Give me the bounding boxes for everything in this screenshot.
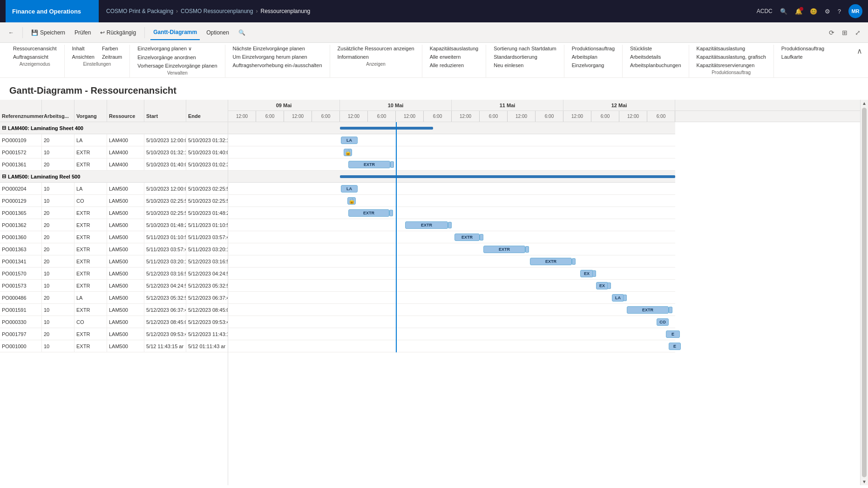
table-row[interactable]: PO000486 20 LA LAM500 5/12/2023 05:32:54… xyxy=(0,292,228,304)
vertical-scrollbar[interactable]: ▲ ▼ xyxy=(860,100,868,485)
ribbon-item-zusatzliche[interactable]: Zusätzliche Ressourcen anzeigen xyxy=(336,45,416,52)
table-row[interactable]: PO001362 20 EXTR LAM500 5/10/2023 01:48:… xyxy=(0,219,228,231)
gantt-bar-extr-lam500-3[interactable]: EXTR xyxy=(454,234,480,241)
ribbon-item-laufkarte[interactable]: Laufkarte xyxy=(780,53,826,61)
table-row[interactable]: PO001363 20 EXTR LAM500 5/11/2023 03:57:… xyxy=(0,243,228,255)
table-row[interactable]: PO001797 20 EXTR LAM500 5/12/2023 09:53:… xyxy=(0,328,228,340)
table-row[interactable]: PO001591 10 EXTR LAM500 5/12/2023 06:37:… xyxy=(0,304,228,316)
ribbon-item-kapazitatsauslastung-2[interactable]: Kapazitätsauslastung xyxy=(695,45,768,52)
ribbon-item-sortierung-startdatum[interactable]: Sortierung nach Startdatum xyxy=(492,45,558,52)
rückgängig-button[interactable]: ↩ Rückgängig xyxy=(97,25,139,40)
table-row[interactable]: PO000330 10 CO LAM500 5/12/2023 08:45:03… xyxy=(0,316,228,328)
gantt-bar-lock-1[interactable]: 🔒 xyxy=(344,149,352,156)
back-button[interactable]: ← xyxy=(6,25,17,40)
maximize-icon[interactable]: ⤢ xyxy=(853,29,862,36)
cell-start: 5/10/2023 02:25:59 ar xyxy=(144,195,186,206)
ribbon-collapse-icon[interactable]: ∧ xyxy=(857,47,862,55)
time-cell: 12:00 xyxy=(452,111,480,122)
refresh-icon[interactable]: ⟳ xyxy=(827,29,836,36)
settings-icon[interactable]: ⚙ xyxy=(825,8,830,15)
ribbon-item-kapazitatsauslastung[interactable]: Kapazitätsauslastung xyxy=(428,45,481,52)
gantt-group-row-lam500 xyxy=(228,171,675,183)
table-row[interactable]: PO001360 20 EXTR LAM500 5/11/2023 01:10:… xyxy=(0,231,228,243)
cell-arbeit: 10 xyxy=(42,316,75,328)
ribbon-item-informationen[interactable]: Informationen xyxy=(336,53,416,61)
table-row[interactable]: PO000129 10 CO LAM500 5/10/2023 02:25:59… xyxy=(0,195,228,207)
ribbon-item-zeitraum[interactable]: Zeitraum xyxy=(100,53,124,61)
ribbon-item-nachste-einzelvorgange[interactable]: Nächste Einzelvorgänge planen xyxy=(231,45,324,52)
scroll-down-icon[interactable]: ▼ xyxy=(862,479,867,484)
prüfen-button[interactable]: Prüfen xyxy=(72,25,94,40)
gantt-bar-e-1[interactable]: E xyxy=(666,330,680,338)
breadcrumb-1[interactable]: COSMO Print & Packaging xyxy=(106,8,173,14)
ribbon-item-arbeitsplan[interactable]: Arbeitsplan xyxy=(570,53,617,61)
table-row[interactable]: PO001570 10 EXTR LAM500 5/12/2023 03:16:… xyxy=(0,268,228,280)
cell-ressource: LAM500 xyxy=(107,340,144,352)
gantt-bar-e-2[interactable]: E xyxy=(669,343,681,350)
view-icon[interactable]: ⊞ xyxy=(840,29,849,36)
ribbon-item-arbeitsdetails[interactable]: Arbeitsdetails xyxy=(628,53,683,61)
gantt-bar-extr-lam500-5[interactable]: EXTR xyxy=(530,258,572,265)
gantt-bar-lock-2[interactable]: 🔒 xyxy=(347,197,356,205)
ribbon-item-kapazitatsauslastung-grafisch[interactable]: Kapazitätsauslastung, grafisch xyxy=(695,53,768,61)
gantt-bar-extr-lam500-1[interactable]: EXTR xyxy=(348,209,389,217)
table-row[interactable]: PO001341 20 EXTR LAM500 5/11/2023 03:20:… xyxy=(0,255,228,268)
smiley-icon[interactable]: 😊 xyxy=(810,8,817,15)
ribbon-item-um-einzelvorgang[interactable]: Um Einzelvorgang herum planen xyxy=(231,53,324,61)
table-row[interactable]: PO001365 20 EXTR LAM500 5/10/2023 02:25:… xyxy=(0,207,228,219)
cell-ende: 5/11/2023 01:10:53 ar xyxy=(186,219,228,231)
ribbon-item-standardsortierung[interactable]: Standardsortierung xyxy=(492,53,558,61)
gantt-bar-extr-lam400[interactable]: EXTR xyxy=(348,161,390,168)
table-row[interactable]: PO001573 10 EXTR LAM500 5/12/2023 04:24:… xyxy=(0,280,228,292)
group-row-lam500[interactable]: ⊟ LAM500: Laminating Reel 500 xyxy=(0,171,228,183)
table-row[interactable]: PO000204 10 LA LAM500 5/10/2023 12:00:00… xyxy=(0,183,228,195)
save-button[interactable]: 💾 Speichern xyxy=(28,25,68,40)
gantt-bar-la-2[interactable]: LA xyxy=(341,185,358,192)
scroll-thumb[interactable] xyxy=(862,108,867,477)
ribbon-item-auftragshervorhebung[interactable]: Auftragshervorhebung ein-/ausschalten xyxy=(231,62,324,69)
breadcrumb-2[interactable]: COSMO Ressourcenplanung xyxy=(181,8,253,14)
ribbon-item-farben[interactable]: Farben xyxy=(100,45,124,52)
ribbon-item-ansichten[interactable]: Ansichten xyxy=(70,53,96,61)
gantt-bar-ex-1[interactable]: EX xyxy=(580,270,593,277)
gantt-bar-co[interactable]: CO xyxy=(657,318,669,326)
cell-ressource: LAM500 xyxy=(107,183,144,194)
ribbon-item-produktionsauftrag[interactable]: Produktionsauftrag xyxy=(570,45,617,52)
ribbon-item-kapazitatsreservierungen[interactable]: Kapazitätsreservierungen xyxy=(695,62,768,69)
ribbon-item-auftragsansicht[interactable]: Auftragsansicht xyxy=(11,53,59,61)
ribbon-item-einzelvorgange-anordnen[interactable]: Einzelvorgänge anordnen xyxy=(136,54,219,61)
gantt-bar-la-3[interactable]: LA xyxy=(612,294,624,302)
cell-start: 5/11/2023 03:57:48 ar xyxy=(144,243,186,255)
ribbon-item-einzelvorgang-planen[interactable]: Einzelvorgang planen ∨ xyxy=(136,45,219,53)
ribbon-item-ressourcenansicht[interactable]: Ressourcenansicht xyxy=(11,45,59,52)
ribbon-item-inhalt[interactable]: Inhalt xyxy=(70,45,96,52)
tab-optionen[interactable]: Optionen xyxy=(203,25,232,40)
group-row-lam400[interactable]: ⊟ LAM400: Laminating Sheet 400 xyxy=(0,122,228,134)
table-row[interactable]: PO001000 10 EXTR LAM500 5/12 11:43:15 ar… xyxy=(0,340,228,352)
search-icon[interactable]: 🔍 xyxy=(780,8,787,15)
help-icon[interactable]: ? xyxy=(838,8,841,15)
cell-ref: PO001000 xyxy=(0,340,42,352)
ribbon-item-neu-einlesen[interactable]: Neu einlesen xyxy=(492,62,558,69)
ribbon-item-stuckliste[interactable]: Stückliste xyxy=(628,45,683,52)
ribbon-item-alle-erweitern[interactable]: Alle erweitern xyxy=(428,53,481,61)
gantt-bar-ex-2[interactable]: EX xyxy=(596,282,608,289)
toolbar-search-button[interactable]: 🔍 xyxy=(236,25,248,40)
ribbon-item-alle-reduzieren[interactable]: Alle reduzieren xyxy=(428,62,481,69)
ribbon-item-arbeitsplanbuchungen[interactable]: Arbeitsplanbuchungen xyxy=(628,62,683,69)
avatar[interactable]: MR xyxy=(848,4,862,18)
ribbon-item-vorhersage[interactable]: Vorhersage Einzelvorgänge planen xyxy=(136,62,219,69)
gantt-bar-extr-lam500-6[interactable]: EXTR xyxy=(627,306,669,314)
table-row[interactable]: PO001572 10 EXTR LAM400 5/10/2023 01:32:… xyxy=(0,146,228,158)
gantt-bar-extr-lam500-2[interactable]: EXTR xyxy=(405,221,448,229)
ribbon-item-produktionsauftrag-2[interactable]: Produktionsauftrag xyxy=(780,45,826,52)
gantt-bar-extr-lam500-4[interactable]: EXTR xyxy=(483,246,525,253)
table-row[interactable]: PO001361 20 EXTR LAM400 5/10/2023 01:40:… xyxy=(0,158,228,171)
notification-icon[interactable]: 🔔 xyxy=(795,8,802,15)
gantt-bar-la-1[interactable]: LA xyxy=(341,137,358,144)
table-row[interactable]: PO000109 20 LA LAM400 5/10/2023 12:00:00… xyxy=(0,134,228,146)
scroll-up-icon[interactable]: ▲ xyxy=(862,101,867,106)
ribbon-item-einzelvorgang[interactable]: Einzelvorgang xyxy=(570,62,617,69)
tab-gantt-diagramm[interactable]: Gantt-Diagramm xyxy=(150,25,200,40)
toolbar-divider-2 xyxy=(144,27,145,38)
